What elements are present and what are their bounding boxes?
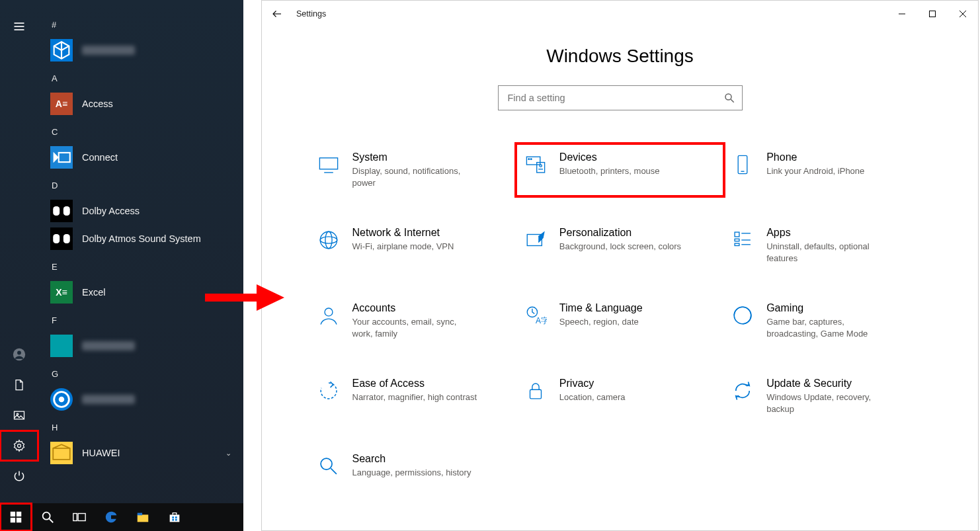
category-desc: Location, camera <box>559 391 626 403</box>
svg-point-14 <box>60 397 63 401</box>
section-header[interactable]: H <box>38 413 243 439</box>
category-devices[interactable]: DevicesBluetooth, printers, mouse <box>520 147 720 192</box>
app-icon-huawei <box>50 442 73 464</box>
svg-text:A字: A字 <box>536 316 547 325</box>
category-desc: Bluetooth, printers, mouse <box>559 165 660 177</box>
category-phone[interactable]: PhoneLink your Android, iPhone <box>727 147 927 192</box>
app-item[interactable] <box>38 332 243 360</box>
svg-rect-18 <box>17 518 21 522</box>
svg-point-48 <box>320 231 337 249</box>
svg-point-36 <box>725 94 731 100</box>
svg-rect-10 <box>63 206 70 216</box>
app-icon-dolby <box>50 200 73 222</box>
app-item-huawei[interactable]: HUAWEI ⌄ <box>38 439 243 467</box>
taskbar-taskview-icon[interactable] <box>63 503 95 531</box>
hamburger-icon[interactable] <box>0 12 38 41</box>
personalization-icon <box>522 227 549 253</box>
svg-rect-53 <box>735 239 739 241</box>
back-button[interactable] <box>262 1 292 27</box>
network-icon <box>315 227 342 253</box>
svg-rect-23 <box>138 514 149 522</box>
app-label <box>82 46 135 55</box>
settings-icon[interactable] <box>0 430 38 461</box>
category-title: Update & Security <box>766 378 892 389</box>
app-item-connect[interactable]: Connect <box>38 143 243 171</box>
documents-icon[interactable] <box>0 370 38 400</box>
taskbar <box>0 503 243 531</box>
app-label: Excel <box>82 287 105 298</box>
svg-line-37 <box>731 99 734 102</box>
svg-point-44 <box>540 165 542 167</box>
category-title: Time & Language <box>559 302 643 314</box>
close-button[interactable] <box>948 1 978 27</box>
search-box[interactable] <box>498 85 743 110</box>
svg-rect-12 <box>63 234 70 243</box>
ease-icon <box>315 378 342 404</box>
gaming-icon <box>729 302 756 329</box>
category-accounts[interactable]: AccountsYour accounts, email, sync, work… <box>313 298 513 343</box>
category-apps[interactable]: AppsUninstall, defaults, optional featur… <box>727 223 927 268</box>
svg-rect-62 <box>530 390 541 399</box>
app-icon-teal <box>50 335 73 357</box>
category-desc: Speech, region, date <box>559 316 643 328</box>
settings-categories: SystemDisplay, sound, notifications, pow… <box>313 147 928 483</box>
section-header[interactable]: F <box>38 306 243 332</box>
update-icon <box>729 378 756 404</box>
category-desc: Wi-Fi, airplane mode, VPN <box>352 241 454 253</box>
section-header[interactable]: # <box>38 11 243 36</box>
app-label <box>82 395 135 404</box>
app-item[interactable] <box>38 36 243 64</box>
section-header[interactable]: E <box>38 253 243 278</box>
svg-point-41 <box>528 159 530 160</box>
category-update-security[interactable]: Update & SecurityWindows Update, recover… <box>727 374 927 419</box>
category-privacy[interactable]: PrivacyLocation, camera <box>520 374 720 419</box>
app-item[interactable] <box>38 386 243 413</box>
start-button[interactable] <box>0 503 32 531</box>
pictures-icon[interactable] <box>0 400 38 430</box>
section-header[interactable]: A <box>38 64 243 90</box>
svg-rect-24 <box>138 513 142 516</box>
category-gaming[interactable]: GamingGame bar, captures, broadcasting, … <box>727 298 927 343</box>
app-label: Access <box>82 99 113 109</box>
svg-rect-33 <box>930 11 936 17</box>
category-search[interactable]: SearchLanguage, permissions, history <box>313 449 513 483</box>
category-network[interactable]: Network & InternetWi-Fi, airplane mode, … <box>313 223 513 268</box>
svg-point-42 <box>530 159 532 160</box>
maximize-button[interactable] <box>917 1 948 27</box>
app-icon-connect <box>50 146 73 169</box>
section-header[interactable]: G <box>38 360 243 386</box>
start-menu: # A A≡ Access C Connect D Dolby Access <box>0 0 243 531</box>
taskbar-store-icon[interactable] <box>159 503 190 531</box>
category-title: System <box>352 151 478 163</box>
category-desc: Language, permissions, history <box>352 467 471 479</box>
app-icon-groove <box>50 388 73 411</box>
power-icon[interactable] <box>0 461 38 491</box>
apps-icon <box>729 227 756 253</box>
app-item-dolby-atmos[interactable]: Dolby Atmos Sound System <box>38 225 243 253</box>
taskbar-explorer-icon[interactable] <box>127 503 159 531</box>
app-item-excel[interactable]: X≡ Excel <box>38 278 243 306</box>
taskbar-search-icon[interactable] <box>32 503 63 531</box>
section-header[interactable]: D <box>38 171 243 197</box>
user-icon[interactable] <box>0 339 38 370</box>
category-title: Privacy <box>559 378 626 389</box>
minimize-button[interactable] <box>887 1 917 27</box>
svg-rect-43 <box>537 163 545 173</box>
category-ease-of-access[interactable]: Ease of AccessNarrator, magnifier, high … <box>313 374 513 419</box>
app-icon-access: A≡ <box>50 93 73 115</box>
search-input[interactable] <box>508 93 723 103</box>
taskbar-edge-icon[interactable] <box>95 503 127 531</box>
category-title: Personalization <box>559 227 681 239</box>
svg-point-4 <box>17 351 21 355</box>
category-system[interactable]: SystemDisplay, sound, notifications, pow… <box>313 147 513 192</box>
category-time-language[interactable]: A字 Time & LanguageSpeech, region, date <box>520 298 720 343</box>
section-header[interactable]: C <box>38 118 243 143</box>
titlebar-title: Settings <box>292 9 326 19</box>
app-item-access[interactable]: A≡ Access <box>38 90 243 118</box>
category-personalization[interactable]: PersonalizationBackground, lock screen, … <box>520 223 720 268</box>
svg-rect-28 <box>175 519 177 521</box>
svg-rect-40 <box>526 157 540 165</box>
category-title: Search <box>352 453 471 465</box>
app-item-dolby-access[interactable]: Dolby Access <box>38 197 243 225</box>
svg-rect-15 <box>11 512 15 516</box>
